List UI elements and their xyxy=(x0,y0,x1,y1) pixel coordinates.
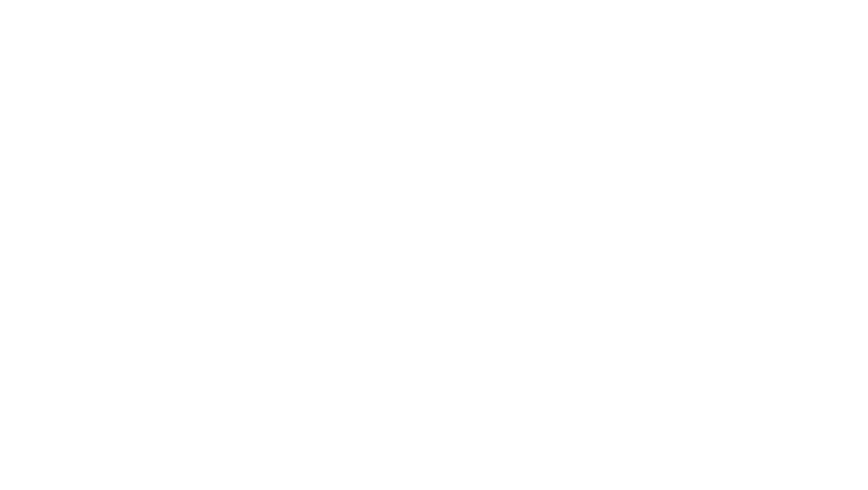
flowchart-diagram xyxy=(0,0,868,490)
